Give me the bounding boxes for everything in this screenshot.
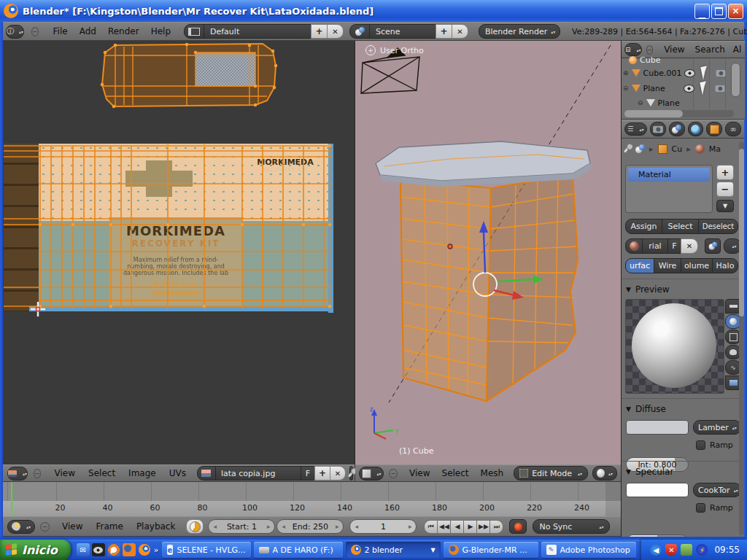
screen-add-button[interactable]: + (311, 24, 328, 39)
start-frame-field[interactable]: ◂Start: 1▸ (208, 519, 275, 534)
tab-object-icon[interactable] (706, 122, 722, 136)
collapse-menus-icon[interactable]: − (389, 469, 398, 478)
scene-icon[interactable] (349, 24, 370, 39)
next-keyframe-button[interactable]: ▶▶ (476, 520, 490, 534)
menu-add[interactable]: Add (74, 26, 102, 36)
play-reverse-button[interactable]: ◀ (450, 520, 464, 534)
material-slot-selected[interactable]: Material (628, 168, 710, 182)
renderable-camera-icon[interactable] (716, 70, 726, 77)
breadcrumb-scene-icon[interactable] (635, 144, 645, 154)
assign-button[interactable]: Assign (625, 219, 662, 234)
minimize-button[interactable]: ▁ (694, 4, 710, 19)
quicklaunch-viewer-icon[interactable] (92, 543, 105, 556)
task-photoshop[interactable]: ✎ Adobe Photoshop (541, 542, 636, 558)
tray-alert-icon[interactable]: ⚡ (696, 544, 708, 556)
record-button[interactable] (509, 519, 527, 534)
quicklaunch-overflow-chevron[interactable]: » (154, 545, 159, 555)
specular-panel-header[interactable]: ▼Specular (626, 467, 673, 477)
image-datablock-icon[interactable] (197, 466, 216, 481)
tl-menu-playback[interactable]: Playback (130, 521, 182, 532)
end-frame-field[interactable]: ◂End: 250▸ (276, 519, 344, 534)
properties-scrollbar-track[interactable] (739, 141, 744, 535)
type-surface-button[interactable]: urfac (625, 258, 654, 273)
quicklaunch-firefox-icon[interactable] (123, 543, 136, 556)
visibility-eye-icon[interactable] (684, 69, 695, 77)
fake-user-button[interactable]: F (667, 238, 681, 254)
sync-dropdown[interactable]: No Sync▴▾ (533, 519, 610, 534)
preview-panel-header[interactable]: ▼Preview (626, 284, 670, 295)
editor-type-button-3d[interactable]: ▴▾ (359, 467, 384, 481)
quicklaunch-blender-icon[interactable] (138, 543, 151, 556)
type-wire-button[interactable]: Wire (654, 258, 681, 273)
task-blender-group[interactable]: 2 blender ▼ (346, 542, 441, 558)
collapse-menus-icon[interactable]: − (34, 469, 41, 478)
specular-intensity-slider[interactable]: Int: 0.500 (626, 534, 689, 537)
image-close-button[interactable]: ✕ (330, 466, 346, 481)
tl-menu-view[interactable]: View (55, 521, 89, 532)
outliner-hscrollbar-thumb[interactable] (624, 110, 683, 117)
tray-collapse-chevron-icon[interactable]: ◀ (650, 544, 662, 556)
image-add-button[interactable]: + (314, 466, 330, 481)
editor-type-button-properties[interactable]: ☰▴▾ (624, 122, 647, 136)
slot-remove-button[interactable]: − (716, 182, 734, 197)
scene-add-button[interactable]: + (436, 24, 452, 39)
menu-help[interactable]: Help (145, 26, 177, 36)
vp-menu-view[interactable]: View (403, 468, 436, 478)
material-slot-list[interactable]: Material (625, 165, 713, 213)
render-engine-dropdown[interactable]: Blender Render▴▾ (479, 24, 560, 39)
breadcrumb-object-label[interactable]: Cu (672, 144, 683, 154)
task-selene[interactable]: e SELENE - HVLG... (162, 542, 251, 558)
type-volume-button[interactable]: olume (681, 258, 713, 273)
screen-close-button[interactable]: ✕ (327, 24, 344, 39)
quicklaunch-outlook-icon[interactable]: ✉ (77, 543, 90, 556)
outliner-item-cube[interactable]: Cube (629, 52, 660, 67)
time-toggle-button[interactable] (186, 519, 204, 534)
outliner-item-plane-data[interactable]: ⊖ Plane (638, 96, 680, 110)
tab-constraints-icon[interactable]: ∞ (725, 122, 741, 136)
outliner-scenes-dropdown[interactable]: All Scenes (730, 44, 742, 55)
outliner-vscrollbar[interactable] (731, 63, 740, 97)
uv-menu-uvs[interactable]: UVs (163, 468, 193, 478)
task-drive-f[interactable]: A DE HARO (F:) (254, 542, 343, 558)
editor-type-button-info[interactable]: ⓘ▴▾ (6, 25, 24, 39)
select-button[interactable]: Select (662, 219, 699, 234)
deselect-button[interactable]: Deselect (698, 219, 738, 234)
viewport-3d[interactable]: z y + User Ortho (1) Cube (355, 41, 621, 464)
breadcrumb-material-icon[interactable] (695, 144, 705, 154)
uv-menu-view[interactable]: View (48, 468, 82, 478)
pin-button[interactable] (349, 466, 353, 481)
shading-dropdown[interactable]: ▴▾ (592, 466, 617, 481)
jump-to-start-button[interactable]: ⏮ (424, 520, 438, 534)
restore-button[interactable] (711, 4, 727, 19)
breadcrumb-material-label[interactable]: Ma (709, 144, 721, 154)
tab-world-icon[interactable] (688, 122, 704, 136)
vp-menu-select[interactable]: Select (436, 468, 475, 478)
jump-to-end-button[interactable]: ⏭ (489, 520, 503, 534)
window-titlebar[interactable]: Blender* [F:\Kingston\Blender\Mr Recover… (0, 0, 747, 22)
current-frame-field[interactable]: ◂1▸ (349, 519, 417, 534)
start-button[interactable]: Inicio (0, 540, 71, 560)
editor-type-button-timeline[interactable]: ▴▾ (7, 520, 35, 534)
diffuse-panel-header[interactable]: ▼Diffuse (626, 404, 666, 414)
prev-keyframe-button[interactable]: ◀◀ (437, 520, 451, 534)
tray-update-icon[interactable] (681, 544, 692, 556)
play-button[interactable]: ▶ (463, 520, 477, 534)
selectable-cursor-icon[interactable] (701, 66, 711, 79)
uv-menu-image[interactable]: Image (122, 468, 163, 478)
material-preview-icon[interactable] (625, 238, 643, 254)
uv-menu-select[interactable]: Select (82, 468, 122, 478)
close-button[interactable]: × (728, 4, 743, 19)
vp-menu-mesh[interactable]: Mesh (475, 468, 510, 478)
scene-field[interactable]: Scene (369, 24, 436, 39)
visibility-eye-icon[interactable] (684, 85, 694, 93)
task-gblender-firefox[interactable]: G-Blender-MR ... (444, 542, 538, 558)
uv-image-editor[interactable]: MORKIMEDA RECOVERY KIT · · · · · Maximum… (3, 41, 355, 464)
timeline[interactable]: 20 40 60 80 100 120 140 160 180 200 220 … (3, 482, 621, 537)
current-frame-playhead[interactable] (11, 482, 12, 516)
slot-add-button[interactable]: + (716, 165, 734, 180)
collapse-menus-icon[interactable]: − (40, 522, 50, 532)
outliner[interactable]: ⊟▴▾ − View Search All Scenes Cube ⊕ Cube… (621, 41, 745, 119)
tab-scene-icon[interactable] (669, 122, 685, 136)
tl-menu-frame[interactable]: Frame (89, 521, 129, 532)
properties-editor[interactable]: ☰▴▾ ∞ ▸ Cu ▸ Ma Material + − ▼ Assign (621, 119, 744, 537)
